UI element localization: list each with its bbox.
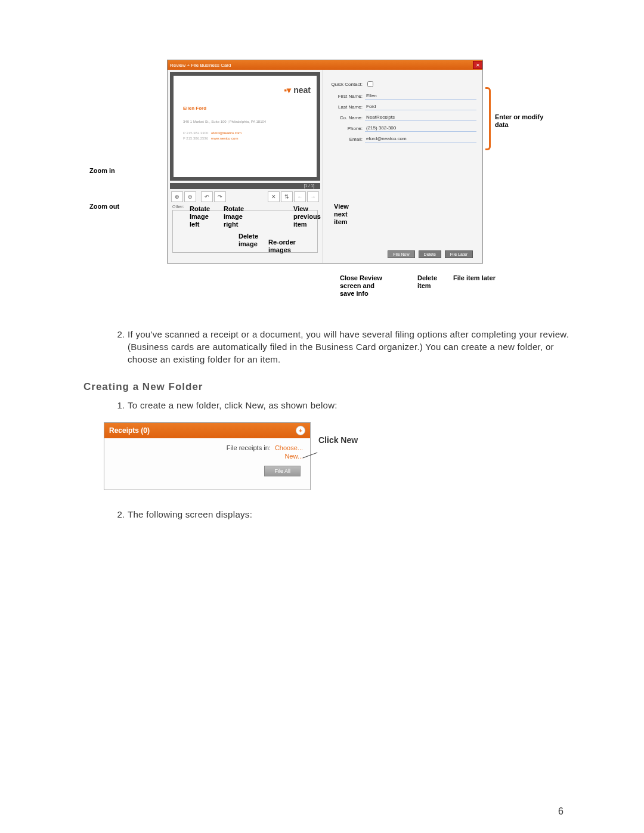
co-name-label: Co. Name: (329, 115, 363, 120)
step-1: To create a new folder, click New, as sh… (128, 399, 572, 411)
body-list-3: The following screen displays: (104, 508, 572, 521)
neat-logo: ▪▾ neat (284, 85, 311, 95)
callout-delete-image: Deleteimage (239, 233, 258, 248)
card-address: 340 1 Market St , Suite 100 | Philadelph… (183, 120, 266, 123)
callout-click-new: Click New (318, 435, 358, 445)
callout-view-prev: Viewpreviousitem (293, 205, 321, 228)
next-item-icon[interactable]: → (307, 191, 319, 202)
add-icon[interactable]: + (296, 426, 305, 435)
rotate-right-icon[interactable]: ↷ (214, 191, 226, 202)
figure-receipts-header: Receipts (0) + File receipts in: Choose.… (104, 422, 572, 500)
callout-zoom-out: Zoom out (89, 203, 119, 210)
body-list-1: If you've scanned a receipt or a documen… (104, 328, 572, 366)
brace-icon (485, 87, 491, 150)
rotate-left-icon[interactable]: ↶ (201, 191, 213, 202)
file-receipts-label: File receipts in: (227, 444, 271, 451)
co-name-field[interactable] (365, 114, 476, 121)
phone-field[interactable] (365, 125, 476, 132)
figure-review-window: Zoom in Zoom out Review + File Business … (125, 60, 572, 310)
body-para-1: If you've scanned a receipt or a documen… (128, 328, 572, 366)
callout-reorder: Re-orderimages (268, 239, 296, 254)
card-contacts: P 215.382.3300 eford@neatco.com F 215.38… (183, 131, 242, 141)
image-toolbar: ⊕ ⊖ ↶ ↷ ✕ ⇅ ← → (168, 189, 323, 205)
titlebar-text: Review + File Business Card (170, 63, 231, 68)
email-field[interactable] (365, 135, 476, 143)
section-heading: Creating a New Folder (83, 381, 572, 393)
callout-view-next: Viewnextitem (334, 203, 349, 226)
last-name-label: Last Name: (329, 104, 363, 110)
card-canvas: ▪▾ neat Ellen Ford 340 1 Market St , Sui… (170, 72, 320, 181)
body-list-2: To create a new folder, click New, as sh… (104, 399, 572, 411)
zoom-in-icon[interactable]: ⊕ (171, 191, 183, 202)
page-number: 6 (558, 806, 564, 817)
last-name-field[interactable] (365, 103, 476, 110)
callout-rotate-right: Rotateimageright (224, 205, 244, 228)
callout-rotate-left: RotateImageleft (190, 205, 210, 228)
delete-button[interactable]: Delete (419, 250, 441, 258)
zoom-out-icon[interactable]: ⊖ (184, 191, 196, 202)
receipts-panel: Receipts (0) + File receipts in: Choose.… (104, 422, 311, 490)
callout-zoom-in: Zoom in (89, 167, 115, 175)
receipts-header-text: Receipts (0) (109, 426, 150, 435)
window-titlebar: Review + File Business Card ✕ (168, 60, 482, 70)
callout-enter-modify: Enter or modifydata (495, 113, 543, 129)
prev-item-icon[interactable]: ← (294, 191, 306, 202)
callout-close-review: Close Reviewscreen andsave info (340, 274, 382, 298)
delete-image-icon[interactable]: ✕ (268, 191, 280, 202)
reorder-icon[interactable]: ⇅ (281, 191, 293, 202)
first-name-field[interactable] (365, 92, 476, 100)
callout-file-later: File item later (453, 274, 496, 282)
file-all-button[interactable]: File All (264, 466, 301, 476)
review-window: Review + File Business Card ✕ ▪▾ neat El… (167, 60, 483, 264)
file-later-button[interactable]: File Later (445, 250, 473, 258)
page-count: [1 / 1] (170, 183, 320, 189)
choose-link[interactable]: Choose... (275, 444, 303, 451)
file-now-button[interactable]: File Now (388, 250, 414, 258)
new-link[interactable]: New... (284, 453, 303, 460)
receipts-header: Receipts (0) + (104, 423, 310, 438)
card-name: Ellen Ford (183, 106, 206, 111)
step-2: The following screen displays: (128, 508, 572, 521)
phone-label: Phone: (329, 126, 363, 131)
callout-delete-item: Deleteitem (417, 274, 437, 290)
quick-contact-label: Quick Contact: (329, 82, 363, 87)
contact-form: Quick Contact: First Name: Last Name: Co… (323, 70, 482, 263)
email-label: Email: (329, 137, 363, 142)
close-icon[interactable]: ✕ (473, 61, 482, 69)
first-name-label: First Name: (329, 94, 363, 99)
quick-contact-checkbox[interactable] (367, 81, 373, 87)
